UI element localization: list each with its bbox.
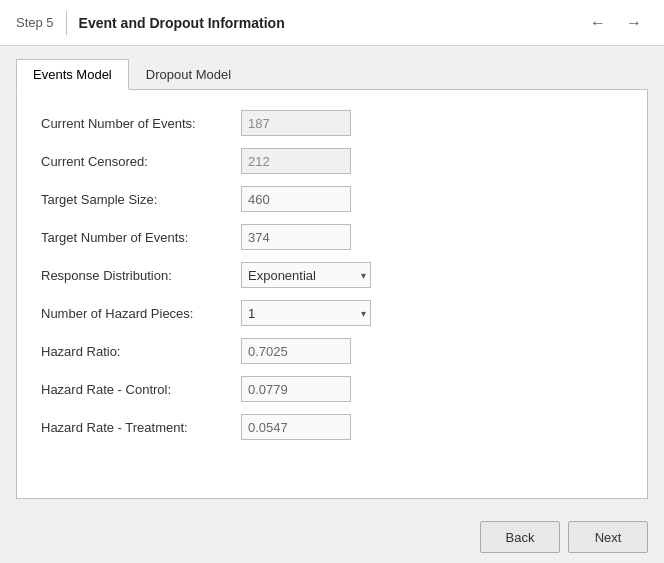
select-wrapper-hazard-pieces: 1 2 3 4 ▾ xyxy=(241,300,371,326)
tab-dropout-model[interactable]: Dropout Model xyxy=(129,59,248,90)
select-response-distribution[interactable]: Exponential Weibull Log-Normal xyxy=(242,263,370,287)
header-nav: ← → xyxy=(584,9,648,37)
header: Step 5 Event and Dropout Information ← → xyxy=(0,0,664,46)
label-hazard-ratio: Hazard Ratio: xyxy=(41,344,241,359)
form-row-response-distribution: Response Distribution: Exponential Weibu… xyxy=(41,262,623,288)
page-container: Step 5 Event and Dropout Information ← →… xyxy=(0,0,664,563)
main-content: Events Model Dropout Model Current Numbe… xyxy=(0,46,664,511)
back-button[interactable]: Back xyxy=(480,521,560,553)
next-button[interactable]: Next xyxy=(568,521,648,553)
form-row-target-sample-size: Target Sample Size: xyxy=(41,186,623,212)
form-row-hazard-rate-control: Hazard Rate - Control: xyxy=(41,376,623,402)
input-hazard-ratio[interactable] xyxy=(241,338,351,364)
step-label: Step 5 xyxy=(16,15,54,30)
input-current-censored[interactable] xyxy=(241,148,351,174)
form-row-hazard-rate-treatment: Hazard Rate - Treatment: xyxy=(41,414,623,440)
label-response-distribution: Response Distribution: xyxy=(41,268,241,283)
label-hazard-pieces: Number of Hazard Pieces: xyxy=(41,306,241,321)
input-target-sample-size[interactable] xyxy=(241,186,351,212)
form-row-current-censored: Current Censored: xyxy=(41,148,623,174)
label-hazard-rate-treatment: Hazard Rate - Treatment: xyxy=(41,420,241,435)
label-target-events: Target Number of Events: xyxy=(41,230,241,245)
tab-bar: Events Model Dropout Model xyxy=(16,58,648,90)
form-row-current-events: Current Number of Events: xyxy=(41,110,623,136)
select-wrapper-response-distribution: Exponential Weibull Log-Normal ▾ xyxy=(241,262,371,288)
label-target-sample-size: Target Sample Size: xyxy=(41,192,241,207)
input-hazard-rate-control[interactable] xyxy=(241,376,351,402)
input-hazard-rate-treatment[interactable] xyxy=(241,414,351,440)
footer: Back Next xyxy=(0,511,664,563)
label-hazard-rate-control: Hazard Rate - Control: xyxy=(41,382,241,397)
input-current-events[interactable] xyxy=(241,110,351,136)
header-divider xyxy=(66,11,67,35)
input-target-events[interactable] xyxy=(241,224,351,250)
form-row-hazard-ratio: Hazard Ratio: xyxy=(41,338,623,364)
select-hazard-pieces[interactable]: 1 2 3 4 xyxy=(242,301,370,325)
form-row-hazard-pieces: Number of Hazard Pieces: 1 2 3 4 ▾ xyxy=(41,300,623,326)
tab-events-model[interactable]: Events Model xyxy=(16,59,129,90)
label-current-censored: Current Censored: xyxy=(41,154,241,169)
forward-arrow-button[interactable]: → xyxy=(620,9,648,37)
label-current-events: Current Number of Events: xyxy=(41,116,241,131)
page-title: Event and Dropout Information xyxy=(79,15,584,31)
back-arrow-button[interactable]: ← xyxy=(584,9,612,37)
form-row-target-events: Target Number of Events: xyxy=(41,224,623,250)
form-panel: Current Number of Events: Current Censor… xyxy=(16,90,648,499)
